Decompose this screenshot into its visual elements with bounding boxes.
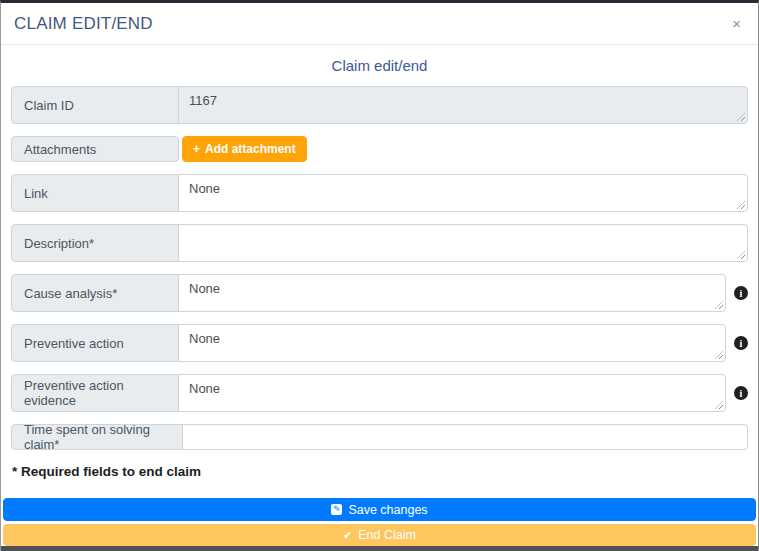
preventive-action-evidence-row: Preventive action evidence None i [11,374,748,412]
preventive-action-field[interactable]: None [178,324,726,362]
preventive-action-label: Preventive action [11,324,179,362]
claim-id-row: Claim ID 1167 [11,86,748,124]
info-icon[interactable]: i [734,336,748,350]
claim-edit-modal: CLAIM EDIT/END × Claim edit/end Claim ID… [0,0,759,551]
attachments-label: Attachments [11,136,179,162]
window-bottom-edge [1,546,758,551]
preventive-action-row: Preventive action None i [11,324,748,362]
time-spent-input[interactable] [182,424,748,450]
link-row: Link None [11,174,748,212]
info-icon[interactable]: i [734,286,748,300]
save-changes-label: Save changes [348,503,427,517]
link-field[interactable]: None [178,174,748,212]
description-field[interactable] [178,224,748,262]
cause-analysis-field[interactable]: None [178,274,726,312]
description-label: Description* [11,224,179,262]
claim-id-field[interactable]: 1167 [178,86,748,124]
modal-title: CLAIM EDIT/END [14,14,153,34]
info-icon[interactable]: i [734,386,748,400]
modal-footer: ✎ Save changes ✔ End Claim [1,498,758,551]
time-spent-row: Time spent on solving claim* [11,424,748,450]
required-fields-note: * Required fields to end claim [12,464,748,479]
check-icon: ✔ [343,529,352,542]
preventive-action-evidence-label: Preventive action evidence [11,374,179,412]
description-row: Description* [11,224,748,262]
cause-analysis-row: Cause analysis* None i [11,274,748,312]
end-claim-label: End Claim [358,528,416,542]
claim-id-label: Claim ID [11,86,179,124]
close-icon[interactable]: × [728,14,745,33]
save-icon: ✎ [331,504,342,515]
preventive-action-evidence-field[interactable]: None [178,374,726,412]
plus-icon: + [193,142,200,156]
modal-body: Claim edit/end Claim ID 1167 Attachments… [1,45,758,498]
cause-analysis-label: Cause analysis* [11,274,179,312]
end-claim-button[interactable]: ✔ End Claim [3,524,756,546]
add-attachment-label: Add attachment [205,142,296,156]
attachments-row: Attachments + Add attachment [11,136,748,162]
time-spent-label: Time spent on solving claim* [11,424,183,450]
link-label: Link [11,174,179,212]
add-attachment-button[interactable]: + Add attachment [182,136,307,162]
modal-header: CLAIM EDIT/END × [1,3,758,45]
form-subtitle: Claim edit/end [11,57,748,74]
save-changes-button[interactable]: ✎ Save changes [3,498,756,521]
